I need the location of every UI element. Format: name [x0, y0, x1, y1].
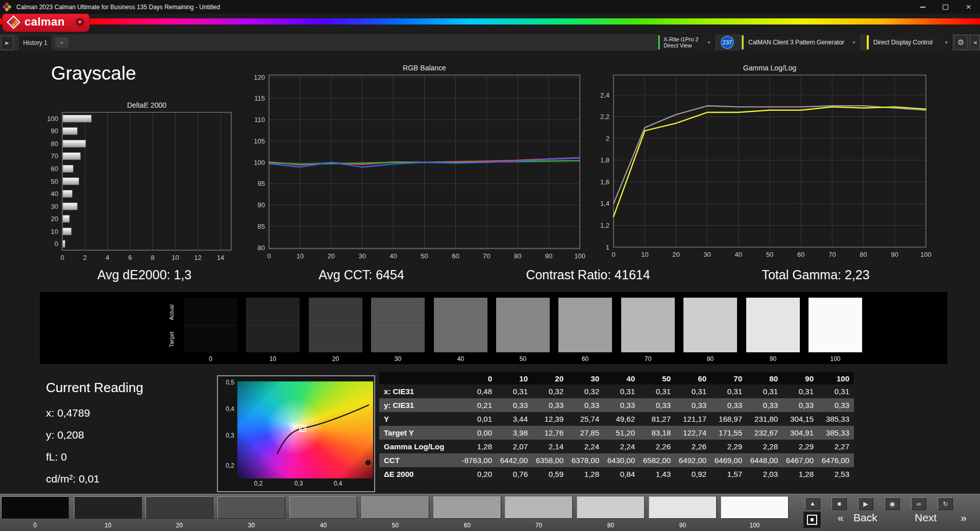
cell: 2,28: [747, 440, 782, 453]
col-header: 70: [711, 372, 747, 384]
settings-button[interactable]: ⚙: [954, 35, 968, 50]
bar-70: [63, 153, 81, 160]
cell: 27,85: [568, 426, 604, 440]
col-header: 80: [747, 372, 782, 384]
meter-name: X-Rite i1Pro 2: [664, 36, 698, 42]
cell: 0,32: [568, 384, 604, 398]
bar-50: [63, 178, 79, 185]
bar-20: [63, 215, 69, 223]
svg-text:2,4: 2,4: [600, 91, 609, 99]
pattern-generator-dropdown[interactable]: CalMAN Client 3 Pattern Generator ▼: [741, 35, 860, 50]
close-button[interactable]: ×: [957, 0, 980, 14]
cie-x-tick: 0,4: [327, 480, 349, 487]
pattern-patch-90[interactable]: [649, 496, 717, 519]
pattern-generator-name: CalMAN Client 3 Pattern Generator: [744, 39, 844, 46]
pattern-bar: 0102030405060708090100 ▲ « Back Next » ■…: [0, 494, 980, 531]
window-layout-button[interactable]: [803, 511, 821, 528]
cell: 0,20: [461, 467, 497, 481]
svg-text:90: 90: [258, 201, 265, 209]
svg-text:30: 30: [51, 203, 58, 210]
svg-text:0: 0: [267, 252, 271, 260]
calman-menu-button[interactable]: calman ▼: [3, 13, 89, 32]
chevron-down-icon: ▼: [707, 40, 711, 45]
table-row: Target Y0,003,9812,7627,8551,2083,18122,…: [379, 426, 854, 440]
minimize-button[interactable]: [911, 0, 934, 14]
svg-text:1: 1: [606, 244, 609, 251]
planckian-locus: [277, 405, 369, 454]
add-tab-button[interactable]: +: [55, 37, 68, 47]
meter-dropdown[interactable]: X-Rite i1Pro 2 Direct View ▼: [657, 35, 715, 50]
cell: 2,29: [711, 440, 747, 453]
summary-stats: Avg dE2000: 1,3Avg CCT: 6454Contrast Rat…: [0, 268, 980, 286]
row-label: Target Y: [379, 426, 461, 440]
pattern-patch-30[interactable]: [217, 496, 285, 519]
tab-scroll-button[interactable]: ▶: [1, 36, 13, 50]
patch-label: 80: [577, 522, 645, 529]
svg-text:80: 80: [514, 252, 521, 260]
svg-text:40: 40: [735, 251, 742, 258]
pattern-patch-70[interactable]: [505, 496, 573, 519]
maximize-icon: [943, 5, 948, 10]
back-chevron-icon[interactable]: «: [838, 512, 844, 524]
stop-icon: ■: [837, 500, 841, 508]
pattern-patch-20[interactable]: [145, 496, 213, 519]
cell: 6476,00: [818, 453, 854, 467]
cell: 2,07: [497, 440, 532, 453]
swatch-level-label: 50: [496, 355, 550, 363]
display-control-dropdown[interactable]: Direct Display Control ▼: [866, 35, 952, 50]
svg-text:RGB Balance: RGB Balance: [403, 64, 446, 72]
cell: 49,62: [604, 412, 640, 426]
record-button[interactable]: ◉: [885, 497, 900, 510]
brand-wordmark: calman: [24, 15, 65, 29]
cell: 51,20: [604, 426, 640, 440]
pattern-patch-40[interactable]: [289, 496, 357, 519]
cell: 6448,00: [747, 453, 782, 467]
tabbar: ▶ History 1 + X-Rite i1Pro 2 Direct View…: [0, 34, 980, 51]
row-label: y: CIE31: [379, 398, 461, 412]
svg-text:110: 110: [254, 116, 265, 124]
cell: 2,29: [782, 440, 818, 453]
cell: 0,33: [818, 398, 854, 412]
corner-cell: [379, 372, 461, 384]
svg-text:100: 100: [574, 252, 585, 260]
next-button[interactable]: Next: [915, 512, 937, 524]
gamma-log-log-chart: Gamma Log/Log010203040506070809010011,21…: [590, 62, 967, 269]
bar-0: [63, 240, 65, 248]
window-title: Calman 2023 Calman Ultimate for Business…: [16, 4, 911, 11]
swatch-100: [808, 298, 862, 352]
svg-text:Gamma Log/Log: Gamma Log/Log: [743, 64, 796, 72]
svg-text:20: 20: [328, 252, 335, 260]
maximize-button[interactable]: [934, 0, 957, 14]
cell: 1,28: [568, 467, 604, 481]
svg-text:60: 60: [51, 165, 58, 173]
cell: 6358,00: [532, 453, 568, 467]
cell: 2,53: [818, 467, 854, 481]
cell: 2,27: [818, 440, 854, 453]
pattern-patch-50[interactable]: [361, 496, 429, 519]
cell: 0,31: [675, 384, 711, 398]
cell: 0,33: [640, 398, 675, 412]
pattern-patch-80[interactable]: [577, 496, 645, 519]
pattern-patch-60[interactable]: [433, 496, 501, 519]
play-button[interactable]: ▶: [858, 497, 873, 510]
next-chevron-icon[interactable]: »: [961, 512, 967, 524]
svg-text:80: 80: [51, 140, 58, 148]
pattern-patch-10[interactable]: [74, 496, 142, 519]
pattern-patch-100[interactable]: [721, 496, 789, 519]
cell: 0,92: [675, 467, 711, 481]
meter-profile-badge[interactable]: 237: [721, 36, 734, 49]
collapse-button[interactable]: ▲: [805, 497, 820, 510]
refresh-button[interactable]: ↻: [938, 497, 953, 510]
overflow-button[interactable]: ◀: [970, 35, 980, 50]
play-icon: ▶: [863, 500, 868, 508]
stop-button[interactable]: ■: [831, 497, 847, 510]
pattern-patch-0[interactable]: [1, 496, 69, 519]
cell: 231,80: [747, 412, 782, 426]
cell: 0,59: [532, 467, 568, 481]
cell: 6469,00: [711, 453, 747, 467]
svg-text:50: 50: [51, 178, 58, 185]
tab-history-1[interactable]: History 1: [19, 35, 52, 51]
actual-axis-label: Actual: [168, 299, 175, 326]
back-button[interactable]: Back: [853, 512, 877, 524]
loop-button[interactable]: ∞: [911, 497, 926, 510]
